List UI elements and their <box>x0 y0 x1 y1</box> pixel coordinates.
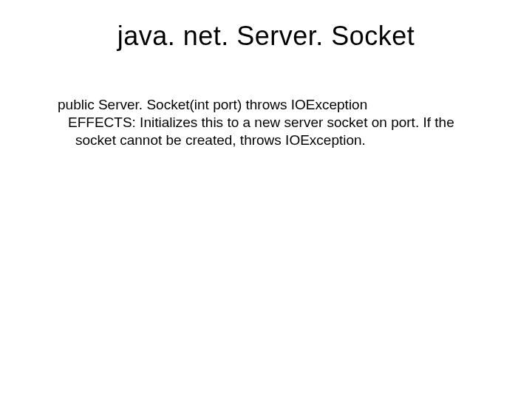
body-line-1: public Server. Socket(int port) throws I… <box>58 96 474 114</box>
slide-body: public Server. Socket(int port) throws I… <box>58 96 474 149</box>
body-line-2: EFFECTS: Initializes this to a new serve… <box>68 114 474 132</box>
slide-title: java. net. Server. Socket <box>58 21 474 52</box>
body-line-3: socket cannot be created, throws IOExcep… <box>75 132 474 149</box>
slide: java. net. Server. Socket public Server.… <box>0 0 532 399</box>
